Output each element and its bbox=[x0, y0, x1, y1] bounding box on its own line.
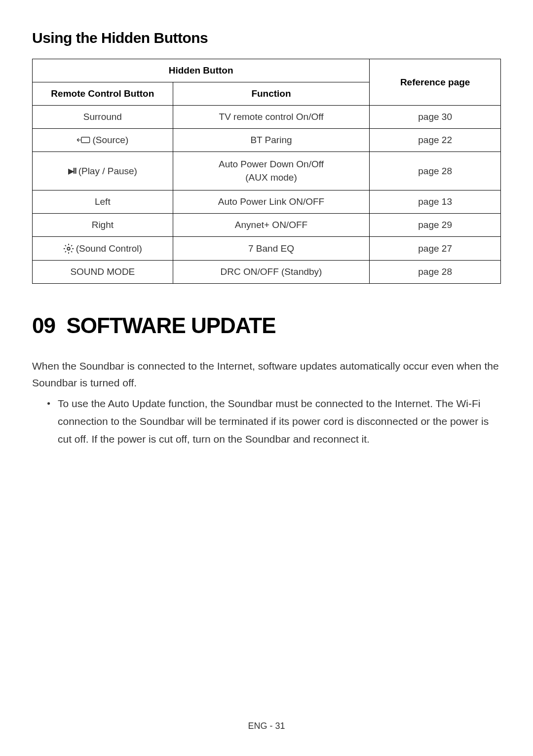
cell-reference: page 30 bbox=[370, 106, 501, 129]
cell-reference: page 22 bbox=[370, 129, 501, 152]
cell-function: Auto Power Link ON/OFF bbox=[173, 190, 370, 214]
play-pause-label: (Play / Pause) bbox=[78, 166, 137, 177]
table-row: (Source) BT Paring page 22 bbox=[33, 129, 501, 152]
body-paragraph: When the Soundbar is connected to the In… bbox=[32, 358, 501, 391]
header-hidden-button: Hidden Button bbox=[33, 59, 370, 82]
section-heading: Using the Hidden Buttons bbox=[32, 30, 501, 46]
cell-button: ▶II (Play / Pause) bbox=[33, 152, 173, 190]
source-icon bbox=[76, 135, 90, 146]
svg-rect-0 bbox=[81, 137, 90, 143]
table-row: (Sound Control) 7 Band EQ page 27 bbox=[33, 237, 501, 261]
table-row: Right Anynet+ ON/OFF page 29 bbox=[33, 214, 501, 237]
cell-function: 7 Band EQ bbox=[173, 237, 370, 261]
cell-reference: page 28 bbox=[370, 152, 501, 190]
cell-function: TV remote control On/Off bbox=[173, 106, 370, 129]
function-line1: Auto Power Down On/Off bbox=[219, 159, 324, 169]
svg-point-1 bbox=[67, 247, 70, 250]
cell-reference: page 28 bbox=[370, 261, 501, 284]
cell-reference: page 29 bbox=[370, 214, 501, 237]
header-function: Function bbox=[173, 82, 370, 106]
table-row: Left Auto Power Link ON/OFF page 13 bbox=[33, 190, 501, 214]
table-row: Surround TV remote control On/Off page 3… bbox=[33, 106, 501, 129]
cell-function: Auto Power Down On/Off (AUX mode) bbox=[173, 152, 370, 190]
sound-control-label: (Sound Control) bbox=[76, 243, 142, 254]
cell-function: BT Paring bbox=[173, 129, 370, 152]
page-footer: ENG - 31 bbox=[0, 721, 533, 731]
cell-button: Right bbox=[33, 214, 173, 237]
hidden-buttons-table: Hidden Button Reference page Remote Cont… bbox=[32, 59, 501, 284]
cell-button: (Sound Control) bbox=[33, 237, 173, 261]
table-row: SOUND MODE DRC ON/OFF (Standby) page 28 bbox=[33, 261, 501, 284]
chapter-number: 09 bbox=[32, 313, 55, 338]
cell-reference: page 13 bbox=[370, 190, 501, 214]
gear-icon bbox=[63, 243, 74, 254]
chapter-title: SOFTWARE UPDATE bbox=[66, 313, 275, 338]
cell-button: SOUND MODE bbox=[33, 261, 173, 284]
header-reference-page: Reference page bbox=[370, 59, 501, 106]
table-row: ▶II (Play / Pause) Auto Power Down On/Of… bbox=[33, 152, 501, 190]
list-item: To use the Auto Update function, the Sou… bbox=[47, 395, 501, 448]
function-line2: (AUX mode) bbox=[245, 172, 297, 183]
cell-function: DRC ON/OFF (Standby) bbox=[173, 261, 370, 284]
bullet-list: To use the Auto Update function, the Sou… bbox=[32, 395, 501, 448]
source-label: (Source) bbox=[92, 135, 128, 146]
cell-function: Anynet+ ON/OFF bbox=[173, 214, 370, 237]
cell-button: Surround bbox=[33, 106, 173, 129]
header-remote-control: Remote Control Button bbox=[33, 82, 173, 106]
play-pause-icon: ▶II bbox=[68, 166, 76, 176]
chapter-heading: 09 SOFTWARE UPDATE bbox=[32, 313, 501, 338]
cell-reference: page 27 bbox=[370, 237, 501, 261]
cell-button: Left bbox=[33, 190, 173, 214]
cell-button: (Source) bbox=[33, 129, 173, 152]
